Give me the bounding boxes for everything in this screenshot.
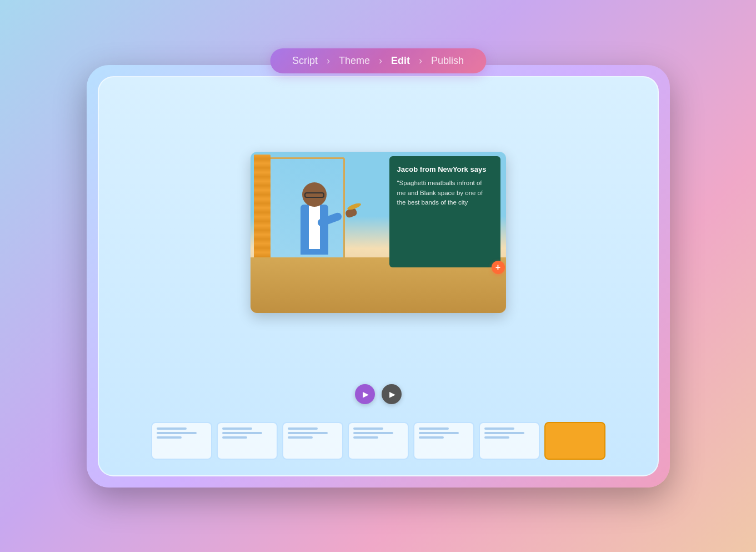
thumb-line <box>353 427 383 430</box>
thumb-line <box>288 436 313 439</box>
play-button-secondary[interactable]: ▶ <box>382 384 402 404</box>
sep-1: › <box>327 55 330 67</box>
character-shirt <box>309 205 320 249</box>
character-body <box>301 205 328 255</box>
breadcrumb-publish[interactable]: Publish <box>431 55 464 67</box>
editor-screen: Jacob from NewYork says "Spaghetti meatb… <box>98 76 659 476</box>
timeline-thumb-6[interactable] <box>479 422 540 460</box>
scene-background: Jacob from NewYork says "Spaghetti meatb… <box>251 152 506 313</box>
main-content-area: Jacob from NewYork says "Spaghetti meatb… <box>116 94 641 371</box>
add-content-button[interactable]: + <box>492 261 505 274</box>
play-icon-secondary: ▶ <box>389 390 395 399</box>
thumb-line <box>157 427 187 430</box>
breadcrumb-nav: Script › Theme › Edit › Publish <box>270 48 486 73</box>
timeline-strip <box>116 417 641 464</box>
timeline-thumb-7-active[interactable] <box>544 422 605 460</box>
timeline-thumb-4[interactable] <box>348 422 409 460</box>
thumb-line <box>353 432 393 434</box>
thumb-line <box>222 432 262 434</box>
thumb-line <box>288 427 318 430</box>
thumb-line <box>484 436 509 439</box>
play-icon-primary: ▶ <box>363 390 369 399</box>
character-head <box>302 182 327 207</box>
timeline-thumb-3[interactable] <box>282 422 343 460</box>
character <box>292 182 337 282</box>
speech-text: "Spaghetti meatballs infront of me and B… <box>397 178 493 207</box>
app-container: Script › Theme › Edit › Publish <box>0 0 756 552</box>
breadcrumb-edit[interactable]: Edit <box>391 55 410 67</box>
character-glasses <box>304 192 324 198</box>
thumb-line <box>288 432 328 434</box>
timeline-thumb-1[interactable] <box>151 422 212 460</box>
thumb-line <box>484 427 514 430</box>
thumb-line <box>484 432 524 434</box>
monitor-frame: Script › Theme › Edit › Publish <box>87 65 670 488</box>
sep-2: › <box>379 55 382 67</box>
thumb-line <box>222 427 252 430</box>
thumb-line <box>419 436 444 439</box>
speech-card: Jacob from NewYork says "Spaghetti meatb… <box>389 156 500 267</box>
breadcrumb-script[interactable]: Script <box>292 55 318 67</box>
thumb-line <box>419 427 449 430</box>
curtain <box>254 155 271 271</box>
thumb-line <box>222 436 247 439</box>
sep-3: › <box>419 55 422 67</box>
timeline-thumb-2[interactable] <box>217 422 278 460</box>
speech-title: Jacob from NewYork says <box>397 165 493 175</box>
play-button-primary[interactable]: ▶ <box>355 384 375 404</box>
thumb-line <box>353 436 378 439</box>
thumb-line <box>157 432 197 434</box>
thumb-line <box>419 432 459 434</box>
breadcrumb-theme[interactable]: Theme <box>339 55 370 67</box>
timeline-thumb-5[interactable] <box>413 422 474 460</box>
playback-controls: ▶ ▶ <box>116 380 641 409</box>
thumb-line <box>157 436 182 439</box>
scene-card[interactable]: Jacob from NewYork says "Spaghetti meatb… <box>251 152 506 313</box>
